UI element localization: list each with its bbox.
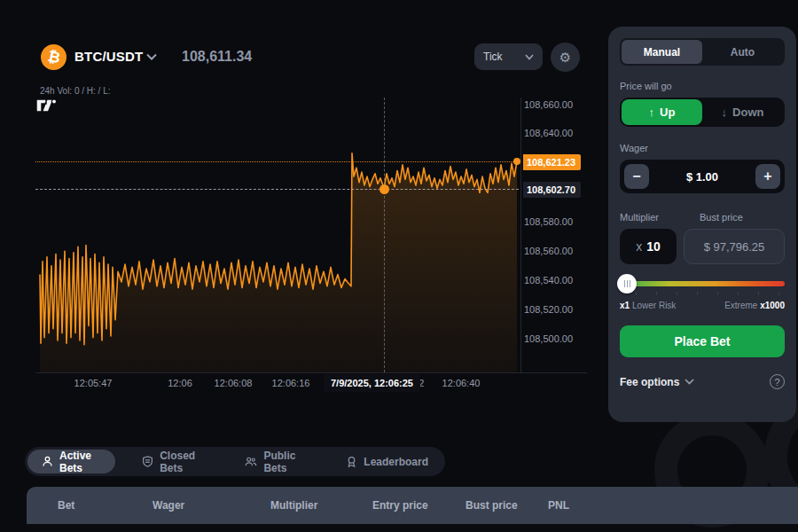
btc-icon: ₿: [41, 44, 66, 70]
interval-value: Tick: [483, 51, 503, 63]
tab-closed-bets[interactable]: Closed Bets: [128, 450, 218, 473]
trading-app: ₿ BTC/USDT 108,611.34 24h Vol: 0 / H: / …: [0, 0, 798, 532]
crosshair-hline: [35, 189, 519, 190]
wager-value[interactable]: $ 1.00: [686, 170, 718, 184]
risk-labels: x1 Lower Risk Extreme x1000: [620, 301, 785, 310]
pair-selector[interactable]: BTC/USDT: [74, 49, 143, 64]
wager-decrease-button[interactable]: −: [624, 164, 649, 189]
tradingview-logo[interactable]: [35, 98, 59, 113]
y-axis-label: 108,660.00: [524, 99, 573, 110]
col-multiplier: Multiplier: [270, 499, 317, 512]
direction-label: Price will go: [620, 81, 785, 91]
wager-increase-button[interactable]: +: [755, 164, 780, 189]
gear-icon: ⚙: [559, 51, 571, 64]
down-button[interactable]: ↓ Down: [702, 99, 783, 125]
tab-active-bets[interactable]: Active Bets: [27, 450, 115, 473]
multiplier-label: Multiplier: [620, 212, 677, 223]
col-pnl: PNL: [548, 499, 569, 512]
place-bet-button[interactable]: Place Bet: [620, 325, 785, 357]
bet-panel: Manual Auto Price will go ↑ Up ↓ Down Wa…: [608, 27, 796, 422]
y-axis-label: 108,540.00: [524, 275, 573, 286]
risk-max: x1000: [760, 301, 785, 310]
tab-public-bets[interactable]: Public Bets: [231, 450, 319, 473]
axis-separator: [520, 98, 521, 372]
risk-min: x1: [620, 301, 630, 310]
col-entry-price: Entry price: [372, 499, 428, 512]
y-axis-label: 108,560.00: [524, 246, 573, 256]
settings-button[interactable]: ⚙: [551, 43, 580, 72]
up-button[interactable]: ↑ Up: [622, 99, 702, 125]
chevron-down-icon[interactable]: [146, 53, 157, 60]
mode-toggle: Manual Auto: [620, 38, 785, 66]
interval-dropdown[interactable]: Tick: [474, 43, 543, 70]
fee-options-toggle[interactable]: Fee options: [620, 376, 694, 388]
risk-min-label: Lower Risk: [632, 301, 676, 310]
risk-slider-handle[interactable]: [617, 274, 637, 293]
risk-slider-ticks: [620, 292, 785, 297]
chart-area-fill: [40, 153, 517, 372]
volume-stats: 24h Vol: 0 / H: / L:: [40, 86, 111, 96]
medal-icon: [346, 456, 357, 467]
direction-toggle: ↑ Up ↓ Down: [620, 98, 785, 127]
tab-leaderboard[interactable]: Leaderboard: [332, 450, 442, 473]
x-axis-label: 12:06: [168, 378, 192, 388]
tab-manual[interactable]: Manual: [622, 40, 702, 64]
multiplier-input[interactable]: x 10: [620, 229, 677, 264]
col-wager: Wager: [153, 499, 184, 512]
current-price: 108,611.34: [182, 49, 252, 65]
bets-tabbar: Active Bets Closed Bets Public Bets Lead…: [25, 447, 445, 476]
bust-price-field: $ 97,796.25: [684, 229, 785, 264]
current-price-badge: 108,621.23: [523, 154, 581, 170]
wager-input[interactable]: − $ 1.00 +: [620, 160, 785, 193]
chevron-down-icon: [685, 379, 694, 385]
x-axis-label: 12:05:47: [74, 378, 113, 388]
price-line-chart: [35, 98, 519, 372]
person-icon: [42, 456, 53, 467]
y-axis-label: 108,580.00: [524, 216, 573, 227]
axis-separator: [35, 372, 587, 373]
current-price-line: [35, 161, 519, 162]
col-bet: Bet: [58, 499, 74, 512]
tab-auto[interactable]: Auto: [702, 40, 783, 64]
col-bust-price: Bust price: [466, 499, 518, 512]
chevron-down-icon: [525, 54, 534, 60]
crosshair-price-badge: 108,602.70: [523, 182, 581, 198]
price-axis[interactable]: 108,621.23 108,602.70 108,660.00108,640.…: [523, 98, 594, 372]
x-axis-label: 12:06:08: [215, 378, 253, 388]
plus-icon: +: [763, 168, 771, 184]
price-chart[interactable]: [35, 98, 519, 372]
y-axis-label: 108,500.00: [524, 333, 573, 344]
y-axis-label: 108,520.00: [524, 304, 573, 315]
crosshair-dot: [379, 184, 389, 194]
help-icon[interactable]: ?: [770, 374, 785, 389]
arrow-up-icon: ↑: [649, 106, 655, 119]
risk-max-label: Extreme: [724, 301, 757, 310]
minus-icon: −: [632, 168, 640, 184]
crosshair-vline: [384, 98, 385, 372]
crosshair-time-tooltip: 7/9/2025, 12:06:25: [324, 374, 420, 392]
people-icon: [245, 456, 257, 467]
x-axis-label: 12:06:40: [442, 378, 481, 388]
bust-price-label: Bust price: [700, 212, 785, 223]
last-price-dot: [513, 158, 520, 165]
bets-table-header: Bet Wager Multiplier Entry price Bust pr…: [27, 487, 798, 524]
shield-icon: [142, 456, 153, 467]
risk-slider[interactable]: [620, 281, 785, 286]
wager-label: Wager: [620, 143, 785, 153]
y-axis-label: 108,640.00: [524, 128, 573, 138]
time-axis[interactable]: 7/9/2025, 12:06:25 12:05:4712:0612:06:08…: [35, 376, 532, 395]
arrow-down-icon: ↓: [722, 106, 728, 119]
x-axis-label: 12:06:16: [272, 378, 310, 388]
